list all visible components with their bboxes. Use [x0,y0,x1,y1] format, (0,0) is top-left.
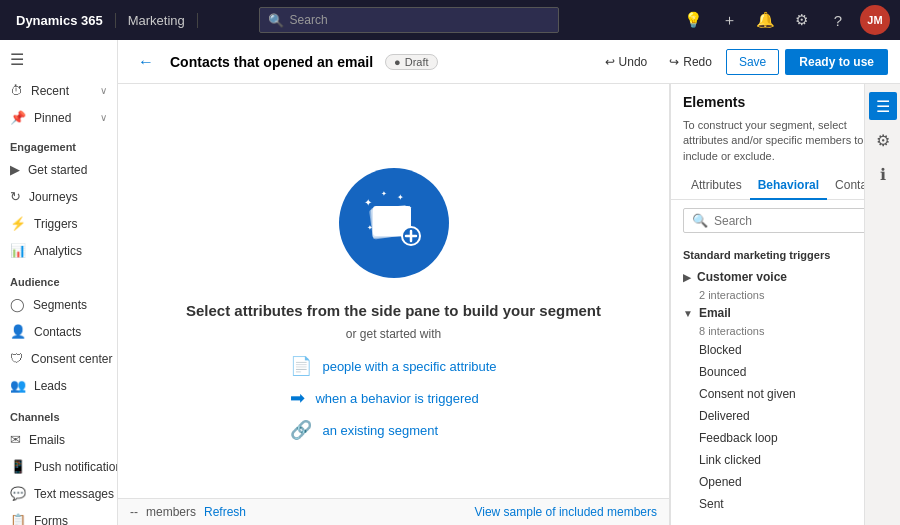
right-panel-container: Elements ⊡ To construct your segment, se… [670,84,900,525]
toolbar: ← Contacts that opened an email ● Draft … [118,40,900,84]
svg-text:✦: ✦ [364,197,372,208]
trigger-icon: ⚡ [10,216,26,231]
panel-search-input[interactable] [714,214,879,228]
avatar[interactable]: JM [860,5,890,35]
push-icon: 📱 [10,459,26,474]
bell-icon[interactable]: 🔔 [752,6,780,34]
toolbar-actions: ↩ Undo ↪ Redo Save Ready to use [597,49,888,75]
pinned-arrow: ∨ [100,112,107,123]
sidebar-item-segments[interactable]: ◯ Segments [0,291,117,318]
play-icon: ▶ [10,162,20,177]
redo-button[interactable]: ↪ Redo [661,51,720,73]
canvas-subtitle: or get started with [346,327,441,341]
view-sample-link[interactable]: View sample of included members [474,505,657,519]
ready-button[interactable]: Ready to use [785,49,888,75]
canvas-title: Select attributes from the side pane to … [186,302,601,319]
global-search[interactable]: 🔍 [259,7,559,33]
save-button[interactable]: Save [726,49,779,75]
audience-section: Audience ◯ Segments 👤 Contacts 🛡 Consent… [0,266,117,401]
segment-link-icon: 🔗 [290,419,312,441]
channels-section: Channels ✉ Emails 📱 Push notifications 💬… [0,401,117,525]
behavior-icon: ➡ [290,387,305,409]
content-area: ✦ ✦ ✦ ✦ ✦ Select attributes from the sid… [118,84,900,525]
top-navigation: Dynamics 365 Marketing 🔍 💡 ＋ 🔔 ⚙ ? JM [0,0,900,40]
lightbulb-icon[interactable]: 💡 [680,6,708,34]
help-icon[interactable]: ? [824,6,852,34]
canvas-option-behavior[interactable]: ➡ when a behavior is triggered [290,387,496,409]
settings-icon[interactable]: ⚙ [788,6,816,34]
sidebar-item-forms[interactable]: 📋 Forms [0,507,117,525]
consent-icon: 🛡 [10,351,23,366]
canvas-option-attribute[interactable]: 📄 people with a specific attribute [290,355,496,377]
refresh-link[interactable]: Refresh [204,505,246,519]
draft-dot: ● [394,56,401,68]
page-title: Contacts that opened an email [170,54,373,70]
main-layout: ☰ ⏱ Recent ∨ 📌 Pinned ∨ Engagement ▶ Get… [0,40,900,525]
sidebar-item-consent[interactable]: 🛡 Consent center [0,345,117,372]
sidebar-item-contacts[interactable]: 👤 Contacts [0,318,117,345]
audience-title: Audience [0,268,117,291]
strip-icon-info[interactable]: ℹ [869,160,897,188]
sidebar-item-push[interactable]: 📱 Push notifications [0,453,117,480]
sidebar-item-analytics[interactable]: 📊 Analytics [0,237,117,264]
sidebar: ☰ ⏱ Recent ∨ 📌 Pinned ∨ Engagement ▶ Get… [0,40,118,525]
contact-icon: 👤 [10,324,26,339]
panel-search[interactable]: 🔍 [683,208,888,233]
sidebar-item-text[interactable]: 💬 Text messages [0,480,117,507]
engagement-title: Engagement [0,133,117,156]
right-icon-strip: ☰ ⚙ ℹ [864,84,900,525]
journey-icon: ↻ [10,189,21,204]
channels-title: Channels [0,403,117,426]
draft-badge: ● Draft [385,54,438,70]
strip-icon-elements[interactable]: ☰ [869,92,897,120]
svg-text:✦: ✦ [407,205,412,211]
search-input[interactable] [290,13,550,27]
panel-title: Elements [683,94,745,110]
sidebar-item-pinned[interactable]: 📌 Pinned ∨ [0,104,117,131]
module-name: Marketing [116,13,198,28]
tab-behavioral[interactable]: Behavioral [750,172,827,200]
text-icon: 💬 [10,486,26,501]
hamburger-icon[interactable]: ☰ [0,46,117,77]
sidebar-item-leads[interactable]: 👥 Leads [0,372,117,399]
forms-icon: 📋 [10,513,26,525]
redo-icon: ↪ [669,55,679,69]
undo-button[interactable]: ↩ Undo [597,51,656,73]
panel-search-icon: 🔍 [692,213,708,228]
app-name: Dynamics 365 [10,13,116,28]
engagement-section: Engagement ▶ Get started ↻ Journeys ⚡ Tr… [0,131,117,266]
svg-text:✦: ✦ [397,193,404,202]
back-button[interactable]: ← [130,49,162,75]
main-area: ← Contacts that opened an email ● Draft … [118,40,900,525]
tab-attributes[interactable]: Attributes [683,172,750,200]
attribute-icon: 📄 [290,355,312,377]
undo-icon: ↩ [605,55,615,69]
email-icon: ✉ [10,432,21,447]
sidebar-item-journeys[interactable]: ↻ Journeys [0,183,117,210]
chevron-down-icon: ▼ [683,308,693,319]
topnav-icons: 💡 ＋ 🔔 ⚙ ? JM [680,5,890,35]
add-icon[interactable]: ＋ [716,6,744,34]
canvas-footer: -- members Refresh View sample of includ… [118,498,669,525]
recent-label: Recent [31,84,69,98]
svg-text:✦: ✦ [381,190,387,197]
recent-icon: ⏱ [10,83,23,98]
canvas-option-segment[interactable]: 🔗 an existing segment [290,419,496,441]
segment-icon: ◯ [10,297,25,312]
strip-icon-settings[interactable]: ⚙ [869,126,897,154]
canvas-icon: ✦ ✦ ✦ ✦ ✦ [339,168,449,278]
members-info: -- members Refresh [130,505,246,519]
pin-icon: 📌 [10,110,26,125]
sidebar-item-triggers[interactable]: ⚡ Triggers [0,210,117,237]
sidebar-item-emails[interactable]: ✉ Emails [0,426,117,453]
recent-arrow: ∨ [100,85,107,96]
canvas: ✦ ✦ ✦ ✦ ✦ Select attributes from the sid… [118,84,670,525]
chevron-right-icon: ▶ [683,272,691,283]
leads-icon: 👥 [10,378,26,393]
search-icon: 🔍 [268,13,284,28]
canvas-options: 📄 people with a specific attribute ➡ whe… [290,355,496,441]
svg-text:✦: ✦ [367,224,373,231]
sidebar-item-recent[interactable]: ⏱ Recent ∨ [0,77,117,104]
pinned-label: Pinned [34,111,71,125]
sidebar-item-get-started[interactable]: ▶ Get started [0,156,117,183]
